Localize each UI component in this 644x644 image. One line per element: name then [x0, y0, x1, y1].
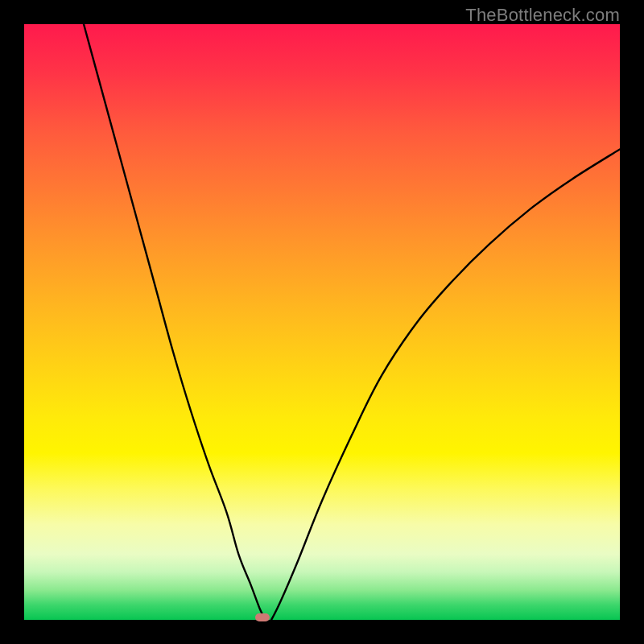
plot-area: [24, 24, 620, 620]
bottleneck-curve: [24, 24, 620, 620]
chart-frame: TheBottleneck.com: [0, 0, 644, 644]
optimal-marker: [255, 613, 270, 621]
watermark-text: TheBottleneck.com: [465, 5, 620, 26]
